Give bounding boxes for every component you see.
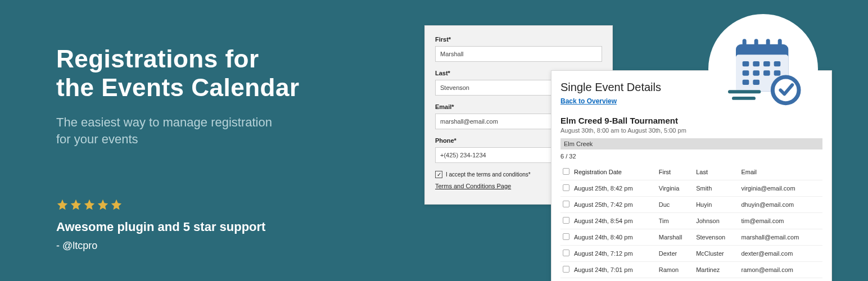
star-icon [110,198,123,211]
col-first: First [657,164,694,180]
svg-rect-6 [742,61,749,66]
select-all-checkbox[interactable] [563,168,569,175]
svg-rect-4 [766,39,770,49]
table-row: August 25th, 7:42 pmDucHuyindhuyin@email… [560,197,822,213]
svg-rect-2 [742,39,746,49]
first-input[interactable] [435,46,602,62]
svg-rect-8 [763,61,770,66]
col-last: Last [694,164,739,180]
row-checkbox[interactable] [563,250,569,256]
star-icon [70,198,82,211]
table-row: August 24th, 8:54 pmTimJohnsontim@email.… [560,213,822,229]
terms-link[interactable]: Terms and Conditions Page [435,183,511,189]
row-checkbox[interactable] [563,217,569,224]
first-label: First* [435,36,602,43]
svg-rect-16 [728,90,761,93]
star-icon [56,198,69,211]
hero-subtitle: The easiest way to manage registration f… [56,114,371,147]
review-attribution: - @ltcpro [56,240,371,252]
svg-rect-7 [753,61,760,66]
registrations-table: Registration Date First Last Email Augus… [560,164,822,278]
row-checkbox[interactable] [563,233,569,240]
table-row: August 24th, 7:01 pmRamonMartinezramon@e… [560,262,822,278]
col-email: Email [739,164,822,180]
svg-rect-3 [754,39,758,49]
svg-rect-10 [742,70,749,75]
row-checkbox[interactable] [563,184,569,191]
capacity-count: 6 / 32 [560,153,822,160]
venue-bar: Elm Creek [560,138,822,149]
row-checkbox[interactable] [563,266,569,273]
table-row: August 24th, 7:12 pmDexterMcClusterdexte… [560,246,822,262]
svg-rect-14 [742,79,749,84]
svg-rect-5 [777,39,781,49]
rating-stars [56,198,371,211]
review-quote: Awesome plugin and 5 star support [56,220,371,234]
svg-rect-12 [763,70,770,75]
svg-rect-11 [753,70,760,75]
svg-rect-9 [774,61,780,66]
hero-title: Registrations for the Events Calendar [56,45,371,102]
terms-label: I accept the terms and conditions* [446,171,531,178]
svg-rect-15 [753,79,760,84]
star-icon [83,198,96,211]
event-time: August 30th, 8:00 am to August 30th, 5:0… [560,127,822,134]
back-link[interactable]: Back to Overview [560,97,617,105]
col-date: Registration Date [572,164,657,180]
table-row: August 25th, 8:42 pmVirginiaSmithvirgini… [560,180,822,197]
svg-rect-17 [732,97,756,100]
calendar-badge [708,14,818,124]
calendar-icon [724,30,803,108]
row-checkbox[interactable] [563,201,569,207]
star-icon [97,198,109,211]
svg-rect-13 [774,70,780,75]
terms-checkbox[interactable]: ✓ [435,171,442,178]
table-row: August 24th, 8:40 pmMarshallStevensonmar… [560,229,822,246]
